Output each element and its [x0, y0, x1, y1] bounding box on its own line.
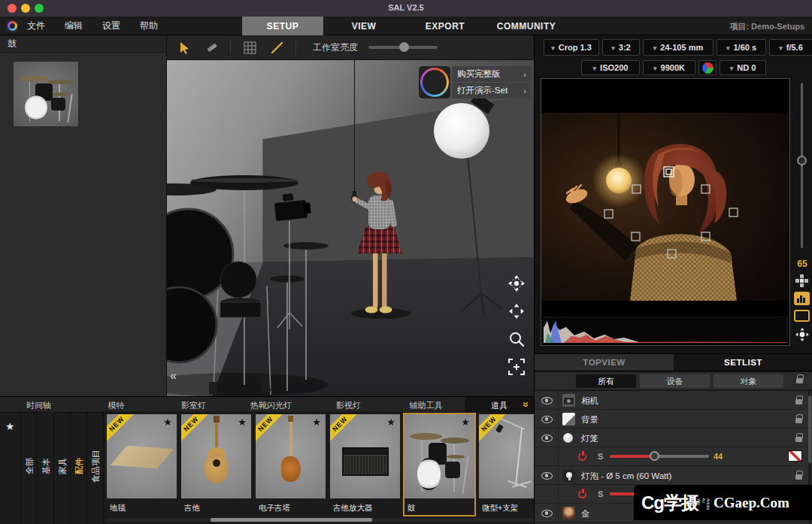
favorite-star-icon[interactable]: ★: [312, 416, 321, 428]
studio-brightness-label: 工作室亮度: [313, 41, 358, 54]
visibility-eye-icon[interactable]: [541, 472, 553, 480]
cat-tab-video-light[interactable]: 影视灯: [310, 397, 387, 413]
crop-select[interactable]: Crop 1.3: [544, 39, 599, 56]
favorites-star-icon[interactable]: ★: [5, 420, 15, 432]
visibility-eye-icon[interactable]: [541, 435, 553, 442]
tab-topview[interactable]: TOPVIEW: [535, 354, 674, 371]
color-wheel-button[interactable]: [698, 60, 717, 75]
drum-thumbnail[interactable]: [14, 62, 78, 126]
gel-swatch-icon[interactable]: [788, 450, 802, 462]
prop-card-mic-stand[interactable]: NEW ★ 微型+支架: [477, 413, 534, 516]
orbit-icon[interactable]: [508, 275, 525, 292]
camera-preview[interactable]: [541, 78, 790, 346]
prop-card-electric-guitar[interactable]: NEW ★ 电子吉塔: [254, 413, 327, 516]
shutter-select[interactable]: 1/60 s: [717, 39, 766, 56]
watermark-logo: Cg学摄: [641, 491, 698, 515]
watermark-tagline: Artists for you: [697, 498, 710, 506]
line-tool-icon[interactable]: [268, 39, 285, 56]
color-wheel-icon: [702, 62, 714, 74]
camera-icon: [562, 394, 575, 407]
menubar: 文件 编辑 设置 帮助 SETUP VIEW EXPORT COMMUNITY …: [0, 17, 812, 35]
props-cards: NEW ★ 地毯 NEW ★ 吉他 NEW ★: [105, 413, 534, 518]
pan-icon[interactable]: [508, 303, 525, 320]
prop-card-carpet[interactable]: NEW ★ 地毯: [105, 413, 178, 516]
list-item-lantern[interactable]: 灯笼: [535, 429, 812, 447]
list-item-background[interactable]: 背景: [535, 410, 812, 429]
favorite-star-icon[interactable]: ★: [386, 416, 395, 428]
menu-settings[interactable]: 设置: [102, 20, 120, 32]
buy-full-version-button[interactable]: 购买完整版 ›: [452, 66, 532, 82]
intensity-slider[interactable]: [610, 455, 709, 458]
monitor-view-icon[interactable]: [794, 310, 810, 322]
side-tab-all[interactable]: 全部: [21, 413, 38, 524]
aperture-select[interactable]: f/5.6: [769, 39, 812, 56]
cat-tab-tools[interactable]: 辅助工具: [387, 397, 465, 413]
lock-icon[interactable]: [795, 399, 802, 404]
lock-icon[interactable]: [795, 437, 802, 442]
tab-export[interactable]: EXPORT: [404, 17, 486, 35]
filter-objects[interactable]: 对象: [714, 374, 783, 388]
prop-card-guitar-amp[interactable]: NEW ★ 吉他放大器: [329, 413, 401, 516]
lock-icon[interactable]: [795, 418, 802, 423]
visibility-eye-icon[interactable]: [541, 416, 553, 423]
cat-tab-studio-light[interactable]: 影室灯: [155, 397, 232, 413]
cat-tab-speedlight[interactable]: 热靴闪光灯: [232, 397, 310, 413]
props-scrollbar[interactable]: [105, 518, 534, 522]
side-tab-food[interactable]: 食品项目: [87, 413, 104, 524]
lens-select[interactable]: 24-105 mm: [643, 39, 714, 56]
preview-orbit-icon[interactable]: [794, 328, 810, 341]
filter-devices[interactable]: 设备: [640, 374, 710, 388]
power-icon[interactable]: [578, 490, 586, 498]
tab-setup[interactable]: SETUP: [242, 17, 323, 35]
favorite-star-icon[interactable]: ★: [163, 416, 172, 428]
filter-all[interactable]: 所有: [576, 374, 636, 388]
cat-tab-model[interactable]: 模特: [77, 397, 155, 413]
move-grid-icon[interactable]: [794, 274, 810, 287]
tab-view[interactable]: VIEW: [323, 17, 404, 35]
frame-icon[interactable]: [508, 359, 525, 375]
side-tab-accessories[interactable]: 配件: [71, 413, 87, 524]
lock-icon[interactable]: [795, 474, 802, 480]
iso-select[interactable]: ISO200: [581, 60, 640, 75]
viewport: 工作室亮度: [167, 35, 534, 396]
backdrop-icon: [562, 413, 575, 426]
tab-setlist[interactable]: SETLIST: [674, 354, 812, 371]
prop-card-guitar[interactable]: NEW ★ 吉他: [180, 413, 253, 516]
visibility-eye-icon[interactable]: [541, 510, 553, 517]
studio-3d-scene: [167, 60, 534, 396]
select-tool-icon[interactable]: [176, 39, 192, 56]
props-panel: ★ 全部 基本 家具 配件 食品项目 NEW ★ 地毯 NEW ★: [0, 413, 534, 524]
chevron-down-icon: [779, 43, 783, 52]
open-demo-set-button[interactable]: 打开演示-Set ›: [452, 83, 532, 98]
cat-tab-timeline[interactable]: 时间轴: [0, 397, 77, 413]
white-balance-select[interactable]: 9900K: [643, 60, 695, 75]
nd-filter-select[interactable]: ND 0: [720, 60, 766, 75]
visibility-eye-icon[interactable]: [541, 397, 553, 404]
favorite-star-icon[interactable]: ★: [238, 416, 247, 428]
tab-community[interactable]: COMMUNITY: [486, 17, 567, 35]
side-tab-furniture[interactable]: 家具: [54, 413, 71, 524]
list-item-bulb[interactable]: 灯泡 - Ø 5 cm (60 Watt): [535, 466, 812, 485]
titlebar: SAL V2.5: [0, 0, 812, 17]
preview-zoom-slider[interactable]: [801, 83, 803, 248]
measure-tool-icon[interactable]: [203, 39, 220, 56]
lock-icon[interactable]: [796, 378, 803, 383]
double-chevron-down-icon[interactable]: »: [520, 401, 532, 407]
new-ribbon: NEW: [107, 414, 137, 444]
aspect-select[interactable]: 3:2: [602, 39, 640, 56]
studio-brightness-slider[interactable]: [368, 46, 438, 49]
side-tab-basic[interactable]: 基本: [38, 413, 54, 524]
setlist-filters: 所有 设备 对象: [535, 372, 812, 390]
list-item-camera[interactable]: 相机: [535, 391, 812, 410]
zoom-icon[interactable]: [508, 331, 525, 347]
power-icon[interactable]: [578, 453, 586, 461]
histogram-toggle-icon[interactable]: [794, 292, 810, 305]
collapse-panel-icon[interactable]: «: [170, 369, 177, 383]
menu-file[interactable]: 文件: [27, 20, 45, 32]
prop-card-drums[interactable]: ★ 鼓: [403, 413, 476, 516]
menu-edit[interactable]: 编辑: [65, 20, 83, 32]
menu-help[interactable]: 帮助: [140, 20, 158, 32]
chevron-right-icon: ›: [523, 70, 526, 79]
viewport-canvas[interactable]: 购买完整版 › 打开演示-Set ›: [167, 60, 534, 396]
grid-tool-icon[interactable]: [241, 39, 258, 56]
